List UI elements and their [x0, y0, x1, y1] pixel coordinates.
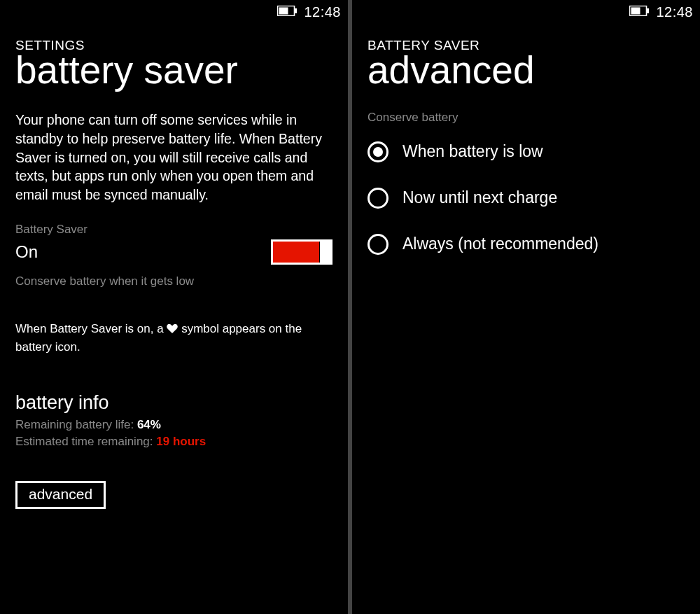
radio-label: Now until next charge	[402, 188, 557, 207]
info-text-prefix: When Battery Saver is on, a	[15, 322, 167, 335]
page-title: advanced	[368, 50, 685, 91]
advanced-button[interactable]: advanced	[15, 481, 106, 509]
svg-rect-4	[631, 7, 640, 14]
clock: 12:48	[304, 4, 341, 20]
clock: 12:48	[656, 4, 693, 20]
radio-icon	[368, 188, 388, 209]
remaining-life-label: Remaining battery life:	[15, 418, 137, 431]
screen-battery-saver: 12:48 SETTINGS battery saver Your phone …	[0, 0, 348, 614]
page-title: battery saver	[15, 50, 332, 91]
description-text: Your phone can turn off some services wh…	[15, 111, 332, 205]
toggle-value-text: On	[15, 242, 38, 262]
radio-group-label: Conserve battery	[368, 111, 685, 125]
conserve-subtext: Conserve battery when it gets low	[15, 274, 332, 288]
svg-rect-1	[279, 7, 288, 14]
remaining-life-row: Remaining battery life: 64%	[15, 417, 332, 433]
status-bar: 12:48	[352, 0, 700, 21]
radio-option[interactable]: Always (not recommended)	[368, 221, 685, 267]
battery-saver-toggle[interactable]	[271, 239, 332, 265]
estimated-time-row: Estimated time remaining: 19 hours	[15, 433, 332, 450]
battery-icon	[277, 6, 297, 19]
battery-icon	[629, 6, 649, 19]
estimated-time-label: Estimated time remaining:	[15, 435, 156, 448]
radio-option[interactable]: Now until next charge	[368, 175, 685, 221]
conserve-radio-group: When battery is lowNow until next charge…	[368, 129, 685, 267]
remaining-life-value: 64%	[137, 418, 161, 431]
heart-icon	[167, 323, 181, 337]
radio-icon	[368, 141, 388, 162]
status-bar: 12:48	[0, 0, 348, 21]
toggle-label: Battery Saver	[15, 223, 332, 237]
radio-label: Always (not recommended)	[402, 235, 598, 253]
svg-rect-5	[647, 8, 649, 13]
battery-info-header: battery info	[15, 392, 332, 414]
estimated-time-value: 19 hours	[156, 435, 206, 448]
screen-advanced: 12:48 BATTERY SAVER advanced Conserve ba…	[352, 0, 700, 614]
radio-option[interactable]: When battery is low	[368, 129, 685, 175]
svg-rect-2	[295, 8, 297, 13]
radio-label: When battery is low	[402, 142, 543, 161]
radio-icon	[368, 234, 388, 255]
heart-info-text: When Battery Saver is on, a symbol appea…	[15, 321, 332, 356]
